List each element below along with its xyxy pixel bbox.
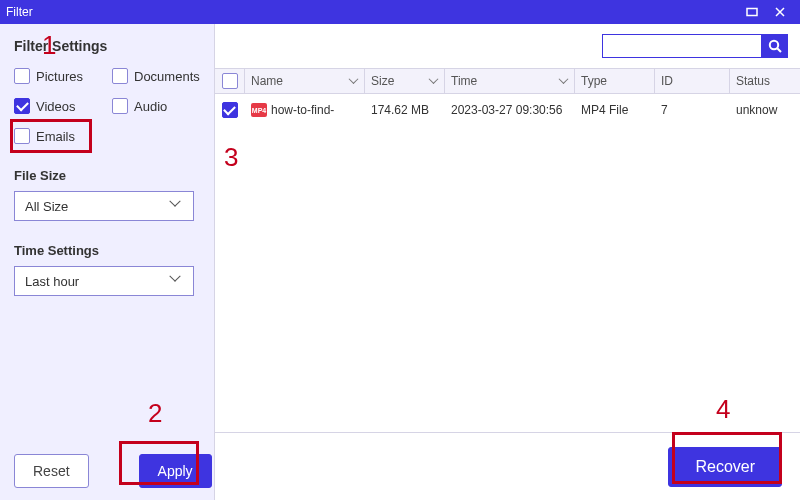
row-checkbox[interactable] <box>222 102 238 118</box>
close-icon[interactable] <box>766 2 794 22</box>
search-input[interactable] <box>602 34 762 58</box>
table-header: Name Size Time Type ID Status <box>215 68 800 94</box>
filter-videos-label: Videos <box>36 99 76 114</box>
filter-sidebar: Filter Settings Pictures Documents Video… <box>0 24 215 500</box>
filesize-label: File Size <box>14 168 202 183</box>
checkbox-documents[interactable] <box>112 68 128 84</box>
filter-settings-title: Filter Settings <box>14 38 202 54</box>
apply-button[interactable]: Apply <box>139 454 212 488</box>
row-time: 2023-03-27 09:30:56 <box>451 103 562 117</box>
col-id[interactable]: ID <box>655 69 730 93</box>
table-body: MP4 how-to-find- 174.62 MB 2023-03-27 09… <box>215 94 800 432</box>
filter-emails-label: Emails <box>36 129 75 144</box>
minimize-icon[interactable] <box>738 2 766 22</box>
row-type: MP4 File <box>581 103 628 117</box>
filter-videos[interactable]: Videos <box>14 98 104 114</box>
col-name[interactable]: Name <box>245 69 365 93</box>
filter-audio-label: Audio <box>134 99 167 114</box>
time-settings-dropdown[interactable]: Last hour <box>14 266 194 296</box>
svg-point-1 <box>770 41 778 49</box>
row-name: how-to-find- <box>271 103 334 117</box>
col-size[interactable]: Size <box>365 69 445 93</box>
row-status: unknow <box>736 103 777 117</box>
sort-icon <box>560 77 568 85</box>
checkbox-videos[interactable] <box>14 98 30 114</box>
chevron-down-icon <box>171 200 183 212</box>
reset-button[interactable]: Reset <box>14 454 89 488</box>
checkbox-audio[interactable] <box>112 98 128 114</box>
filter-audio[interactable]: Audio <box>112 98 202 114</box>
col-time[interactable]: Time <box>445 69 575 93</box>
search-button[interactable] <box>762 34 788 58</box>
table-row[interactable]: MP4 how-to-find- 174.62 MB 2023-03-27 09… <box>215 94 800 126</box>
col-type[interactable]: Type <box>575 69 655 93</box>
search-icon <box>768 39 782 53</box>
filter-emails[interactable]: Emails <box>14 128 104 144</box>
results-pane: Name Size Time Type ID Status MP4 how-to… <box>215 24 800 500</box>
time-settings-value: Last hour <box>25 274 79 289</box>
filesize-value: All Size <box>25 199 68 214</box>
sort-icon <box>430 77 438 85</box>
svg-rect-0 <box>747 9 757 16</box>
window-title: Filter <box>6 5 738 19</box>
checkbox-pictures[interactable] <box>14 68 30 84</box>
filesize-dropdown[interactable]: All Size <box>14 191 194 221</box>
recover-button[interactable]: Recover <box>668 447 782 487</box>
filter-pictures[interactable]: Pictures <box>14 68 104 84</box>
time-settings-label: Time Settings <box>14 243 202 258</box>
row-id: 7 <box>661 103 668 117</box>
select-all-checkbox[interactable] <box>222 73 238 89</box>
filter-documents[interactable]: Documents <box>112 68 202 84</box>
col-status[interactable]: Status <box>730 69 800 93</box>
filter-documents-label: Documents <box>134 69 200 84</box>
sort-icon <box>350 77 358 85</box>
row-size: 174.62 MB <box>371 103 429 117</box>
file-mp4-icon: MP4 <box>251 103 267 117</box>
chevron-down-icon <box>171 275 183 287</box>
checkbox-emails[interactable] <box>14 128 30 144</box>
filter-pictures-label: Pictures <box>36 69 83 84</box>
title-bar: Filter <box>0 0 800 24</box>
